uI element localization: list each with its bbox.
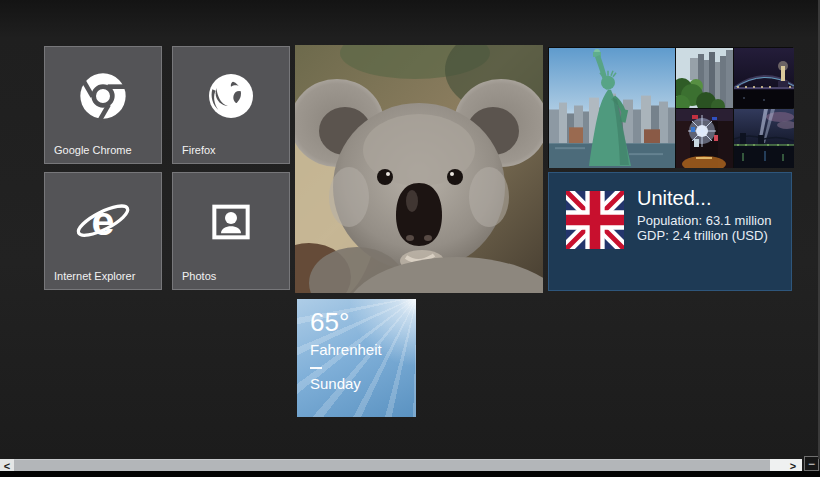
weather-separator-line [310,367,322,369]
tile-label: Photos [182,270,216,282]
tile-label: Internet Explorer [54,270,135,282]
night-bridge-photo [734,48,794,108]
tile-google-chrome[interactable]: Google Chrome [44,46,162,164]
tile-photos[interactable]: Photos [172,172,290,290]
tile-koala-photo[interactable] [295,45,543,293]
start-screen: Google Chrome Firefox e Internet Explore… [0,0,820,477]
brooklyn-bridge-photo [734,109,794,168]
weather-temperature: 65° [310,307,349,338]
bottom-strip [0,471,820,477]
statue-of-liberty-photo [549,48,675,168]
country-title: United... [637,187,771,210]
semantic-zoom-out-button[interactable]: − [804,456,819,471]
weather-scale: Fahrenheit [310,341,382,358]
country-population: Population: 63.1 million [637,213,771,228]
weather-day: Sunday [310,375,361,392]
uk-flag-icon [566,191,624,249]
photos-icon [199,190,263,254]
tile-weather[interactable]: 65° Fahrenheit Sunday [297,299,416,417]
country-gdp: GDP: 2.4 trillion (USD) [637,228,771,243]
tile-internet-explorer[interactable]: e Internet Explorer [44,172,162,290]
svg-text:e: e [92,197,115,243]
koala-photo [295,45,543,293]
chrome-icon [71,64,135,128]
tile-new-york-collage[interactable] [548,47,793,168]
central-park-photo [676,48,733,108]
tile-firefox[interactable]: Firefox [172,46,290,164]
tile-label: Firefox [182,144,216,156]
internet-explorer-icon: e [71,190,135,254]
firefox-icon [199,64,263,128]
times-square-photo [676,109,733,168]
tile-label: Google Chrome [54,144,132,156]
tile-united-kingdom-info[interactable]: United... Population: 63.1 million GDP: … [548,172,792,291]
